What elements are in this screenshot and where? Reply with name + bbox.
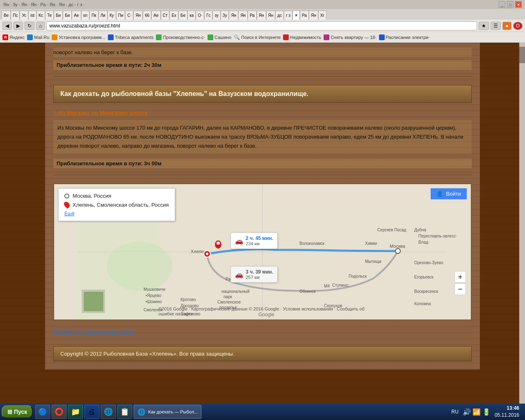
map-login-button[interactable]: 👤 Войти [431, 188, 467, 199]
settings-button[interactable]: ☰ [491, 22, 501, 30]
opera-button[interactable]: O [513, 22, 523, 30]
taskbar-icon-3[interactable]: 📁 [68, 405, 83, 419]
bookmark-tribeca[interactable]: Tribeca apartments [108, 34, 153, 40]
tab-ae2[interactable]: Ае [151, 11, 160, 20]
bookmark-button[interactable]: ★ [479, 22, 489, 30]
minimize-button[interactable]: _ [499, 1, 505, 8]
tab-bi1[interactable]: Би [54, 11, 63, 20]
network-icon[interactable]: 📶 [472, 408, 481, 416]
tab-us[interactable]: Ус [20, 11, 28, 20]
reload-button[interactable]: ↻ [25, 22, 34, 30]
bookmarks-bar: Я Яндекс Mail.Ru Установка программ... T… [0, 32, 525, 43]
tab-xg[interactable]: Хг [318, 11, 326, 20]
volume-icon[interactable]: 🔊 [463, 408, 471, 416]
forward-button[interactable]: ▶ [14, 22, 23, 30]
bookmark-realty[interactable]: Недвижимость [283, 34, 321, 40]
zoom-out-button[interactable]: − [454, 283, 466, 295]
tab-bar: Ве Пс Ус ist Кс Те Би Би Ае sn Пк Ли Ку … [0, 9, 525, 20]
back-button[interactable]: ◀ [2, 22, 12, 30]
wood-background: поворот налево на берег к базе. Приблизи… [0, 43, 525, 404]
svg-text:парк: парк [224, 294, 233, 299]
bookmark-search[interactable]: 🔍 Поиск в Интернете [234, 34, 281, 40]
tab-yan5[interactable]: Ян [266, 11, 276, 20]
map-more-link[interactable]: Ещё [64, 211, 75, 217]
bookmark-proizv-label: Производственно-с· [163, 35, 205, 40]
taskbar-icon-6[interactable]: 📋 [117, 405, 132, 419]
address-bar[interactable] [46, 21, 477, 30]
tab-be[interactable]: Бе [178, 11, 187, 20]
content-area: поворот налево на берег к базе. Приблизи… [45, 43, 480, 370]
tab-te[interactable]: Те [45, 11, 54, 20]
tab-yan2[interactable]: Ян [229, 11, 238, 20]
bookmark-rent[interactable]: Снять квартиру — 18· [324, 34, 376, 40]
svg-text:Ступино: Ступино [332, 283, 348, 288]
tab-sn[interactable]: sn [81, 11, 90, 20]
bookmark-yandex[interactable]: Я Яндекс [2, 34, 25, 40]
svg-text:Орехово-Зуево: Орехово-Зуево [414, 260, 443, 265]
tab-ra2[interactable]: Ра [300, 11, 309, 20]
route1-time: 2 ч. 45 мин. [246, 235, 273, 241]
taskbar-icon-4[interactable]: 🖨 [84, 405, 99, 419]
tab-ps[interactable]: Пс [11, 11, 20, 20]
map-inner: Москва Хлепень Волоколамск Химки Мытищи … [54, 184, 471, 320]
window-controls: _ □ ✕ [499, 1, 522, 8]
tab-ds[interactable]: дс [275, 11, 284, 20]
tab-o[interactable]: О· [196, 11, 204, 20]
tab-li[interactable]: Ли [98, 11, 107, 20]
view-large-map-link[interactable]: Просмотреть увеличенную карту [53, 329, 135, 335]
tab-sc[interactable]: С· [125, 11, 133, 20]
tab-ae[interactable]: Ае [72, 11, 81, 20]
map-from-text: Москва, Россия [73, 193, 111, 199]
taskbar-app-chrome[interactable]: 🌐 Как доехать — Рыбол... [134, 405, 201, 419]
route2-time: 3 ч. 39 мин. [246, 269, 273, 275]
tab-66[interactable]: 66 [143, 11, 151, 20]
tab-ex[interactable]: Ех [169, 11, 178, 20]
directions-text: Из Москвы по Минскому шоссе 170 км до го… [53, 120, 472, 154]
tab-yan1[interactable]: Ян [133, 11, 143, 20]
svg-text:Смоленское: Смоленское [217, 300, 241, 304]
bookmark-tribeca-label: Tribeca apartments [115, 35, 153, 40]
tab-3u[interactable]: 3у [221, 11, 229, 20]
bookmark-schedule[interactable]: Расписание электри· [379, 34, 430, 40]
tab-active[interactable]: × [292, 11, 300, 20]
taskbar-right: RU 🔊 📶 🔋 13:46 05.11.2016 [452, 405, 523, 419]
tab-pi[interactable]: Пи [116, 11, 126, 20]
home-button[interactable]: ⌂ [36, 22, 45, 30]
tab-zu[interactable]: зу [212, 11, 220, 20]
tab-st[interactable]: Ст [161, 11, 170, 20]
tab-yan6[interactable]: Ян [309, 11, 318, 20]
svg-text:Кротово: Кротово [180, 297, 196, 302]
start-button[interactable]: ⊞ Пуск [2, 405, 33, 418]
bookmark-sashino-label: Сашино [215, 35, 231, 40]
tab-yan4[interactable]: Ян [257, 11, 266, 20]
bookmark-proizv[interactable]: Производственно-с· [156, 34, 205, 40]
tab-gs[interactable]: Гс [204, 11, 212, 20]
tab-ka[interactable]: ка [187, 11, 196, 20]
tab-ve[interactable]: Ве [2, 11, 11, 20]
bookmark-install[interactable]: Установка программ... [52, 34, 105, 40]
taskbar-icon-1[interactable]: 🔵 [35, 405, 50, 419]
maximize-button[interactable]: □ [507, 1, 514, 8]
tab-ks[interactable]: Кс [37, 11, 45, 20]
taskbar-icon-2[interactable]: ⭕ [52, 405, 66, 419]
zoom-in-button[interactable]: + [454, 271, 466, 283]
divider-2 [53, 175, 472, 175]
proizv-icon [156, 34, 162, 40]
route-heading-link[interactable]: > Из Москвы по Минскому шоссе [53, 110, 472, 116]
tab-ist[interactable]: ist [28, 11, 37, 20]
tab-pk[interactable]: Пк [89, 11, 98, 20]
tab-ku[interactable]: Ку [107, 11, 116, 20]
map-login-icon: 👤 [436, 191, 443, 197]
bookmark-sashino[interactable]: Сашино [208, 34, 231, 40]
bookmark-mailru[interactable]: Mail.Ru [27, 34, 49, 40]
map-to-row: Хлепень, Смоленская область, Россия [64, 201, 169, 208]
taskbar-icon-5[interactable]: 🌐 [101, 405, 116, 419]
close-button[interactable]: ✕ [515, 1, 522, 8]
search-icon: 🔍 [234, 34, 240, 40]
tab-bi2[interactable]: Би [63, 11, 72, 20]
tab-gz[interactable]: г з [284, 11, 292, 20]
map-zoom-controls: + − [454, 271, 466, 295]
extensions-button[interactable]: ● [502, 22, 511, 30]
tab-yan3[interactable]: Ян [238, 11, 248, 20]
tab-ra[interactable]: Ра [248, 11, 257, 20]
